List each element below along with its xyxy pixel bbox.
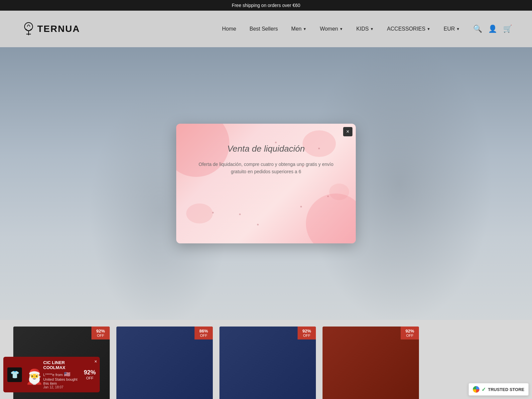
google-logo — [473, 386, 479, 393]
men-dropdown-arrow: ▼ — [303, 27, 307, 31]
modal-deco-3 — [329, 184, 349, 200]
product-badge-2: 86% OFF — [195, 327, 213, 339]
nav-home[interactable]: Home — [222, 26, 236, 32]
modal-title: Venta de liquidación — [193, 144, 339, 154]
accessories-dropdown-arrow: ▼ — [427, 27, 430, 31]
product-badge-3: 92% OFF — [298, 327, 316, 339]
nav-kids[interactable]: KIDS ▼ — [356, 26, 374, 32]
product-card-2[interactable]: 86% OFF — [116, 327, 213, 399]
nav-women[interactable]: Women ▼ — [320, 26, 343, 32]
women-dropdown-arrow: ▼ — [339, 27, 343, 31]
logo[interactable]: TERNUA — [20, 20, 80, 38]
modal-close-button[interactable]: × — [343, 127, 352, 136]
nav-best-sellers[interactable]: Best Sellers — [249, 26, 278, 32]
trusted-check-icon: ✓ — [481, 386, 486, 393]
nav-men[interactable]: Men ▼ — [291, 26, 307, 32]
notif-product-name: CIC LINER COOLMAX — [43, 360, 80, 370]
product-card-3[interactable]: 92% OFF — [219, 327, 316, 399]
trusted-store-badge[interactable]: ✓ TRUSTED STORE — [468, 383, 529, 396]
logo-icon — [20, 20, 37, 38]
notif-close-button[interactable]: × — [94, 359, 97, 364]
main-nav: Home Best Sellers Men ▼ Women ▼ KIDS ▼ A… — [222, 26, 460, 32]
product-badge-1: 92% OFF — [91, 327, 110, 339]
notif-santa: 🎅 — [25, 364, 40, 385]
top-banner: Free shipping on orders over €60 — [0, 0, 532, 11]
notif-content: CIC LINER COOLMAX L*****e from 🇺🇸 United… — [43, 360, 80, 389]
notif-product-image: 👕 — [7, 367, 22, 382]
search-icon[interactable]: 🔍 — [473, 25, 482, 33]
header: TERNUA Home Best Sellers Men ▼ Women ▼ K… — [0, 11, 532, 47]
sale-modal: × Venta de liquidación Oferta de liquida… — [176, 124, 356, 243]
user-icon[interactable]: 👤 — [488, 25, 497, 33]
header-icons: 🔍 👤 🛒 — [473, 25, 512, 33]
trusted-store-label: TRUSTED STORE — [488, 387, 524, 392]
product-card-4[interactable]: 92% OFF — [323, 327, 419, 399]
product-badge-4: 92% OFF — [401, 327, 419, 339]
currency-dropdown-arrow: ▼ — [456, 27, 460, 31]
hero-section: × Venta de liquidación Oferta de liquida… — [0, 47, 532, 320]
modal-overlay: × Venta de liquidación Oferta de liquida… — [0, 47, 532, 320]
kids-dropdown-arrow: ▼ — [370, 27, 374, 31]
notif-date: Jan 12, 18:07 — [43, 385, 80, 389]
nav-accessories[interactable]: ACCESSORIES ▼ — [387, 26, 430, 32]
notif-flag: 🇺🇸 — [64, 371, 70, 377]
modal-deco-2 — [186, 203, 213, 223]
logo-name: TERNUA — [37, 24, 80, 34]
notif-discount: 92% OFF — [84, 369, 96, 380]
notification-bar: 👕 🎅 CIC LINER COOLMAX L*****e from 🇺🇸 Un… — [3, 357, 100, 392]
notif-buyer: L*****e from 🇺🇸 United States bought thi… — [43, 371, 80, 385]
cart-icon[interactable]: 🛒 — [503, 25, 512, 33]
modal-description: Oferta de liquidación, compre cuatro y o… — [193, 161, 339, 176]
banner-text: Free shipping on orders over €60 — [232, 3, 300, 8]
nav-currency[interactable]: EUR ▼ — [444, 26, 460, 32]
